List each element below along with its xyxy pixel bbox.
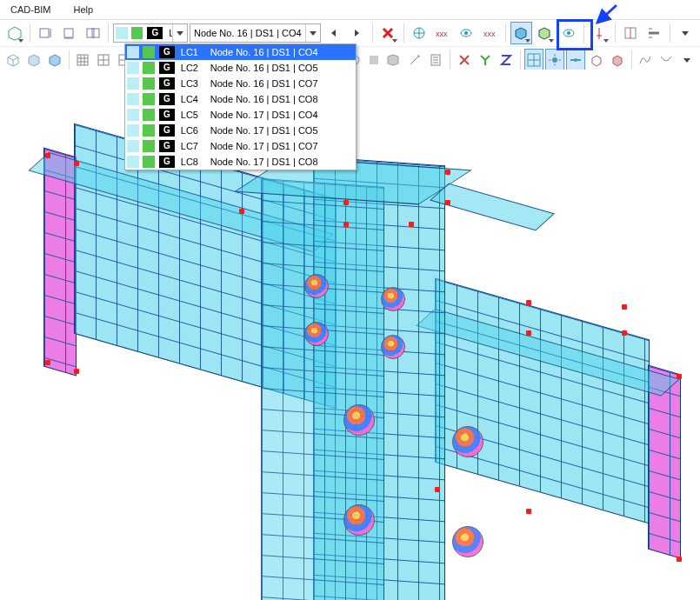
cube-ed-icon[interactable] xyxy=(587,49,606,71)
svg-text:xxx: xxx xyxy=(483,30,496,38)
annotation-highlight xyxy=(557,19,593,50)
loadcase-option[interactable]: GLC2Node No. 16 | DS1 | CO5 xyxy=(125,60,356,76)
svg-point-30 xyxy=(574,58,577,62)
icon-view-axo[interactable] xyxy=(3,22,25,44)
loadcase-option[interactable]: GLC5Node No. 17 | DS1 | CO4 xyxy=(125,107,356,123)
icon-d2[interactable] xyxy=(58,22,80,44)
loadcase-option[interactable]: GLC8Node No. 17 | DS1 | CO8 xyxy=(125,154,356,170)
dim-eye-icon[interactable] xyxy=(456,22,477,44)
cube-ed2-icon[interactable] xyxy=(608,49,627,71)
svg-rect-2 xyxy=(64,29,73,37)
curve-icon[interactable] xyxy=(636,49,655,71)
ortho-y-icon[interactable] xyxy=(476,49,495,71)
zoom-globe-icon[interactable] xyxy=(409,22,430,44)
svg-line-31 xyxy=(597,5,617,23)
svg-rect-5 xyxy=(92,29,99,37)
more-icon[interactable] xyxy=(675,22,697,44)
svg-rect-0 xyxy=(40,29,49,37)
svg-point-29 xyxy=(552,57,557,63)
wireframe-2-icon[interactable] xyxy=(24,49,43,71)
ruler-b-icon[interactable] xyxy=(643,22,665,44)
load-description-select[interactable]: Node No. 16 | DS1 | CO4 xyxy=(190,23,321,43)
render-mode-1-icon[interactable] xyxy=(510,22,532,44)
loadcase-option[interactable]: GLC3Node No. 16 | DS1 | CO7 xyxy=(125,76,356,91)
load-description-text: Node No. 16 | DS1 | CO4 xyxy=(190,28,305,38)
dim-x-icon[interactable]: xxx xyxy=(432,22,454,44)
wireframe-1-icon[interactable] xyxy=(3,49,23,71)
loadcase-option[interactable]: GLC6Node No. 17 | DS1 | CO5 xyxy=(125,123,356,138)
menu-help[interactable]: Help xyxy=(68,3,98,17)
wireframe-3-icon[interactable] xyxy=(45,49,64,71)
more-2-icon[interactable] xyxy=(677,49,697,71)
ortho-z-icon[interactable] xyxy=(497,49,516,71)
delete-load-icon[interactable] xyxy=(377,22,399,44)
grid-b-icon[interactable] xyxy=(94,49,113,71)
svg-text:xxx: xxx xyxy=(436,30,448,38)
ruler-a-icon[interactable] xyxy=(620,22,642,44)
grid-a-icon[interactable] xyxy=(73,49,92,71)
icon-d1[interactable] xyxy=(35,22,57,44)
loadcase-code: LC1 xyxy=(165,28,172,38)
svg-point-9 xyxy=(464,31,468,35)
dim-x2-icon[interactable]: xxx xyxy=(479,22,501,44)
snap-mid-icon[interactable] xyxy=(566,49,585,71)
curve2-icon[interactable] xyxy=(657,49,676,71)
loadcase-badge: G xyxy=(147,27,163,39)
svg-rect-4 xyxy=(87,29,94,37)
menu-cad-bim[interactable]: CAD-BIM xyxy=(5,3,56,17)
loadcase-option[interactable]: GLC4Node No. 16 | DS1 | CO8 xyxy=(125,91,356,107)
next-loadcase-button[interactable] xyxy=(346,22,368,44)
svg-rect-16 xyxy=(77,55,88,65)
render-mode-2-icon[interactable] xyxy=(534,22,556,44)
solid-a-icon[interactable] xyxy=(364,49,383,71)
loadcase-select[interactable]: G LC1 xyxy=(113,23,188,43)
ortho-x-icon[interactable] xyxy=(455,49,474,71)
edit-a-icon[interactable] xyxy=(405,49,424,71)
solid-b-icon[interactable] xyxy=(385,49,404,71)
snap-point-icon[interactable] xyxy=(545,49,564,71)
doc-icon[interactable] xyxy=(426,49,445,71)
icon-d3[interactable] xyxy=(82,22,103,44)
loadcase-dropdown[interactable]: GLC1Node No. 16 | DS1 | CO4GLC2Node No. … xyxy=(124,43,357,170)
loadcase-option[interactable]: GLC1Node No. 16 | DS1 | CO4 xyxy=(125,44,356,60)
annotation-arrow-icon xyxy=(593,3,619,26)
snap-grid-icon[interactable] xyxy=(524,49,543,71)
loadcase-option[interactable]: GLC7Node No. 17 | DS1 | CO7 xyxy=(125,138,356,154)
prev-loadcase-button[interactable] xyxy=(323,22,344,44)
svg-rect-26 xyxy=(370,56,378,64)
